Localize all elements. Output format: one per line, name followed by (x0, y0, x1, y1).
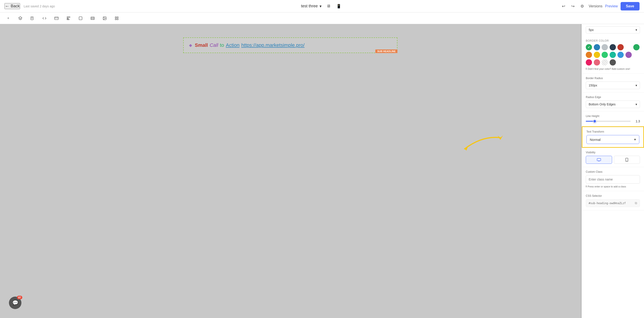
custom-class-section: Custom Class ℹ Press enter or space to a… (582, 167, 644, 191)
svg-rect-10 (91, 17, 94, 20)
radius-edge-label: Radius Edge (586, 96, 640, 99)
css-selector-row: #sub-heading-owdHnaZLzf ⧉ (586, 199, 640, 207)
svg-rect-21 (597, 159, 601, 161)
back-button[interactable]: ← Back (4, 3, 20, 9)
border-width-value: 5px (589, 28, 594, 32)
color-swatch-transparent[interactable] (602, 59, 608, 65)
color-swatch-teal[interactable] (610, 52, 616, 58)
css-selector-value: #sub-heading-owdHnaZLzf (589, 202, 626, 205)
hint-info-icon: ℹ (586, 185, 587, 188)
color-swatch-red[interactable] (618, 44, 624, 50)
text-transform-select[interactable]: Normal ▾ (586, 135, 639, 144)
color-swatch-purple[interactable] (626, 52, 632, 58)
text-small: Small (195, 42, 208, 48)
css-selector-label: CSS Selector (586, 194, 640, 197)
desktop-view-button[interactable]: 🖥 (324, 2, 333, 10)
color-swatch-sky[interactable] (618, 52, 624, 58)
css-selector-section: CSS Selector #sub-heading-owdHnaZLzf ⧉ (582, 191, 644, 210)
forms-button[interactable] (65, 14, 72, 22)
top-bar-right: ↩ ↪ ⚙ Versions Preview Save (560, 2, 640, 10)
text-action: Action (226, 42, 240, 48)
border-radius-section: Border Radius 150px ▾ (582, 74, 644, 93)
text-transform-chevron-icon: ▾ (634, 138, 636, 142)
text-transform-value: Normal (590, 138, 600, 142)
element-content: ◆ Small Call to Action https://app.marke… (189, 42, 304, 48)
back-arrow-icon: ← (5, 3, 9, 9)
section-button[interactable] (89, 14, 96, 22)
widget-button[interactable] (113, 14, 120, 22)
border-radius-chevron-icon: ▾ (636, 84, 637, 87)
svg-rect-16 (117, 17, 118, 18)
line-height-value: 1.3 (633, 120, 640, 123)
desktop-visibility-button[interactable] (586, 156, 612, 164)
mobile-visibility-button[interactable] (614, 156, 640, 164)
sub-headline-badge: SUB HEADLINE (375, 49, 398, 53)
top-bar-left: ← Back Last saved 2 days ago (4, 3, 55, 9)
visibility-section: Visibility (582, 148, 644, 167)
image-button[interactable] (101, 14, 108, 22)
info-icon: ℹ (586, 67, 587, 70)
top-bar: ← Back Last saved 2 days ago test three … (0, 0, 644, 12)
versions-link[interactable]: Versions (589, 4, 602, 8)
pages-button[interactable] (28, 14, 36, 22)
page-name-button[interactable]: test three ▾ (301, 4, 322, 9)
box-button[interactable] (77, 14, 84, 22)
line-height-slider[interactable] (586, 121, 630, 122)
text-transform-section: Text Transform Normal ▾ (582, 126, 644, 148)
mobile-view-button[interactable]: 📱 (334, 2, 343, 10)
svg-rect-9 (79, 17, 82, 20)
color-swatch-green2[interactable] (602, 52, 608, 58)
hint-text-label: Press enter or space to add a class (588, 185, 626, 188)
redo-button[interactable]: ↪ (569, 2, 576, 10)
back-label: Back (11, 4, 20, 8)
color-swatch-dark[interactable] (610, 44, 616, 50)
border-radius-select[interactable]: 150px ▾ (586, 82, 640, 89)
text-call: Call (210, 42, 218, 48)
color-swatch-blue[interactable] (594, 44, 600, 50)
save-button[interactable]: Save (620, 2, 640, 10)
svg-rect-18 (117, 18, 118, 20)
radius-edge-chevron-icon: ▾ (636, 103, 637, 106)
main-layout: ◆ Small Call to Action https://app.marke… (0, 24, 644, 318)
border-radius-label: Border Radius (586, 77, 640, 80)
undo-button[interactable]: ↩ (560, 2, 567, 10)
copy-selector-button[interactable]: ⧉ (635, 201, 637, 205)
svg-marker-0 (19, 16, 22, 19)
color-swatch-gray-light[interactable] (602, 44, 608, 50)
color-swatch-yellow[interactable] (594, 52, 600, 58)
svg-rect-17 (115, 18, 116, 20)
text-transform-label: Text Transform (586, 130, 639, 133)
add-element-button[interactable]: ＋ (4, 14, 12, 22)
element-box[interactable]: ◆ Small Call to Action https://app.marke… (183, 37, 398, 53)
chat-widget: 💬 87 (9, 297, 22, 309)
border-width-chevron-icon: ▾ (636, 28, 637, 32)
preview-toolbar-button[interactable] (53, 14, 60, 22)
custom-color-hint: ℹ Didn't find your color? Add custom one… (586, 67, 640, 70)
radius-edge-select[interactable]: Bottom Only Edges ▾ (586, 101, 640, 108)
layers-button[interactable] (16, 14, 24, 22)
code-button[interactable] (40, 14, 48, 22)
custom-class-input[interactable] (586, 175, 640, 184)
custom-color-text: Didn't find your color? Add custom one! (588, 68, 630, 70)
custom-class-hint: ℹ Press enter or space to add a class (586, 185, 640, 188)
chat-icon-button[interactable]: 💬 87 (9, 297, 22, 309)
color-swatch-orange[interactable] (586, 52, 592, 58)
svg-rect-7 (67, 18, 68, 19)
chat-notification-badge: 87 (17, 296, 22, 299)
color-swatch-pink[interactable] (586, 59, 592, 65)
border-radius-value: 150px (589, 84, 597, 87)
color-swatch-green-selected[interactable] (586, 44, 592, 50)
color-swatch-rose[interactable] (594, 59, 600, 65)
preview-button[interactable]: Preview (605, 4, 618, 8)
color-swatch-charcoal[interactable] (610, 59, 616, 65)
right-panel: 5px ▾ BORDER COLOR (582, 24, 644, 318)
undo-redo-group: ↩ ↪ ⚙ (560, 2, 586, 10)
diamond-icon: ◆ (189, 43, 192, 48)
settings-button[interactable]: ⚙ (578, 2, 586, 10)
slider-thumb[interactable] (593, 120, 596, 123)
border-width-section: 5px ▾ (582, 24, 644, 33)
color-grid (586, 44, 640, 65)
slider-row: 1.3 (586, 120, 640, 123)
canvas-area[interactable]: ◆ Small Call to Action https://app.marke… (0, 24, 581, 318)
border-width-select[interactable]: 5px ▾ (586, 26, 640, 33)
